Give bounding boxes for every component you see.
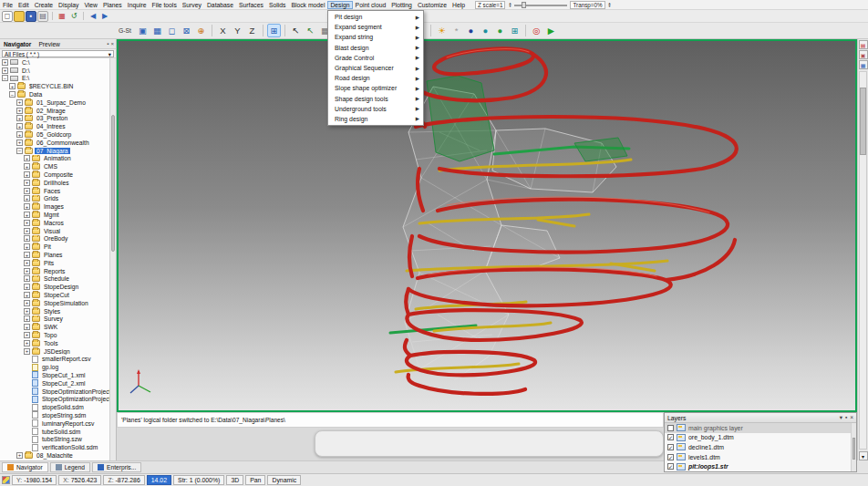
tree-item-recycle-bin[interactable]: +$RECYCLE.BIN: [0, 82, 110, 90]
expand-icon[interactable]: +: [2, 67, 8, 74]
tree-item-stopesolid-sdm[interactable]: stopeSolid.sdm: [0, 403, 110, 411]
tab-navigator[interactable]: Navigator: [2, 41, 33, 47]
expand-icon[interactable]: +: [16, 108, 23, 114]
transparency-spinner[interactable]: ▲▼: [608, 2, 612, 7]
transparency-slider[interactable]: [514, 1, 567, 9]
view-y-icon[interactable]: Y: [231, 24, 244, 37]
tree-item-c[interactable]: +C:\: [0, 58, 110, 67]
layer-row-decline1-dtm[interactable]: ✓decline1.dtm: [665, 442, 856, 452]
layer-checkbox[interactable]: [667, 425, 674, 431]
tree-item-styles[interactable]: +Styles: [0, 307, 110, 315]
menu-plotting[interactable]: Plotting: [388, 1, 415, 9]
expand-icon[interactable]: +: [24, 203, 30, 210]
close-viewport-icon[interactable]: ⊠: [180, 24, 193, 37]
menu-inquire[interactable]: Inquire: [125, 1, 150, 9]
tree-item-stopedesign[interactable]: +StopeDesign: [0, 283, 110, 291]
view-x-icon[interactable]: X: [216, 24, 230, 37]
expand-icon[interactable]: +: [24, 155, 30, 161]
properties-icon[interactable]: ▦: [859, 60, 868, 69]
layer-checkbox[interactable]: ✓: [667, 454, 674, 460]
tree-item-schedule[interactable]: +Schedule: [0, 275, 110, 284]
menu-block-model[interactable]: Block model: [288, 1, 327, 9]
menu-planes[interactable]: Planes: [100, 1, 125, 9]
collapse-icon[interactable]: −: [9, 91, 16, 98]
expand-icon[interactable]: +: [24, 212, 30, 218]
menu-item-road-design[interactable]: Road design▶: [328, 73, 423, 83]
expand-icon[interactable]: +: [16, 131, 23, 138]
tree-item-composite[interactable]: +Composite: [0, 171, 110, 179]
z-scale-control[interactable]: Z scale=1: [475, 1, 505, 9]
close-icon[interactable]: ×: [110, 41, 114, 47]
tree-item-smallerreport-csv[interactable]: smallerReport.csv: [0, 355, 110, 363]
back-icon[interactable]: ◀: [88, 11, 98, 22]
light-icon[interactable]: ☀: [435, 24, 449, 37]
layer-row-pit-loops1-str[interactable]: ✓pit:loops1.str: [665, 461, 856, 471]
tree-item-data[interactable]: −Data: [0, 90, 110, 98]
tree-item-05-goldcorp[interactable]: +05_Goldcorp: [0, 130, 110, 139]
snapshot-icon[interactable]: ▣: [859, 50, 868, 59]
layers-pin-icon[interactable]: ▪: [845, 414, 847, 421]
tree-item-tubestring-szw[interactable]: tubeString.szw: [0, 435, 110, 443]
tree-item-e[interactable]: −E:\: [0, 75, 110, 83]
menu-view[interactable]: View: [81, 1, 100, 9]
menu-edit[interactable]: Edit: [16, 1, 32, 9]
wireframe-box-icon[interactable]: ⊞: [508, 24, 522, 37]
expand-icon[interactable]: +: [24, 260, 30, 266]
layers-menu-icon[interactable]: ▾: [840, 414, 842, 421]
graphics-viewport[interactable]: [117, 39, 857, 412]
tool-field[interactable]: Pan: [245, 475, 265, 485]
menu-item-slope-shape-optimizer[interactable]: Slope shape optimizer▶: [328, 83, 423, 93]
menu-item-ring-design[interactable]: Ring design▶: [328, 114, 423, 124]
layer-checkbox[interactable]: ✓: [667, 444, 674, 450]
tile-windows-icon[interactable]: ▦: [150, 24, 164, 37]
new-file-icon[interactable]: ◻: [2, 11, 13, 22]
menu-item-pit-design[interactable]: Pit design▶: [328, 12, 423, 22]
menu-help[interactable]: Help: [450, 1, 468, 9]
menu-customize[interactable]: Customize: [415, 1, 450, 9]
tree-item-grids[interactable]: +Grids: [0, 195, 110, 203]
z-scale-spinner[interactable]: ▲▼: [508, 2, 512, 7]
expand-icon[interactable]: +: [24, 332, 30, 338]
layers-close-icon[interactable]: ×: [850, 414, 853, 421]
expand-icon[interactable]: +: [24, 228, 30, 234]
sphere-teal-icon[interactable]: ●: [479, 24, 492, 37]
tree-item-gp-log[interactable]: gp.log: [0, 363, 110, 371]
render-mode-field[interactable]: Dynamic: [267, 475, 301, 485]
expand-icon[interactable]: +: [16, 115, 23, 121]
expand-icon[interactable]: +: [24, 268, 30, 274]
select-cursor-icon[interactable]: ↖: [289, 24, 303, 37]
expand-icon[interactable]: +: [24, 180, 30, 186]
menu-item-blast-design[interactable]: Blast design▶: [328, 43, 423, 53]
tree-item-stopecut-2-xml[interactable]: StopeCut_2.xml: [0, 379, 110, 388]
expand-icon[interactable]: +: [9, 83, 16, 89]
layer-row-ore-body-1-dtm[interactable]: ✓ore_body_1.dtm: [665, 433, 856, 443]
tree-item-swk[interactable]: +SWK: [0, 323, 110, 331]
expand-icon[interactable]: +: [24, 284, 30, 290]
expand-icon[interactable]: +: [24, 300, 30, 306]
print-icon[interactable]: ▤: [37, 11, 48, 22]
layer-row-levels1-dtm[interactable]: ✓levels1.dtm: [665, 452, 856, 462]
menu-display[interactable]: Display: [56, 1, 81, 9]
layer-row-main-graphics-layer[interactable]: main graphics layer: [665, 423, 856, 433]
menu-item-underground-tools[interactable]: Underground tools▶: [328, 104, 423, 114]
zoom-box-icon[interactable]: ⊞: [267, 24, 281, 37]
expand-icon[interactable]: +: [16, 140, 23, 146]
tree-item-03-preston[interactable]: +03_Preston: [0, 115, 110, 123]
tree-item-tools[interactable]: +Tools: [0, 339, 110, 347]
colors-icon[interactable]: ▦: [57, 11, 67, 22]
play-icon[interactable]: ▶: [544, 24, 558, 37]
menu-design[interactable]: Design: [327, 1, 352, 9]
expand-icon[interactable]: +: [24, 275, 30, 282]
tree-item-02-mirage[interactable]: +02_Mirage: [0, 107, 110, 115]
refresh-icon[interactable]: ↺: [68, 11, 79, 22]
menu-point-cloud[interactable]: Point cloud: [353, 1, 389, 9]
expand-icon[interactable]: +: [24, 292, 30, 298]
expand-icon[interactable]: +: [24, 243, 30, 250]
tree-item-visual[interactable]: +Visual: [0, 227, 110, 235]
tree-item-luminaryreport-csv[interactable]: luminaryReport.csv: [0, 419, 110, 428]
tree-item-drillholes[interactable]: +Drillholes: [0, 179, 110, 187]
collapse-icon[interactable]: −: [16, 148, 23, 154]
collapse-icon[interactable]: −: [2, 75, 8, 81]
bottom-tab-enterpris[interactable]: Enterpris...: [92, 462, 141, 472]
menu-item-graphical-sequencer[interactable]: Graphical Sequencer▶: [328, 63, 423, 73]
